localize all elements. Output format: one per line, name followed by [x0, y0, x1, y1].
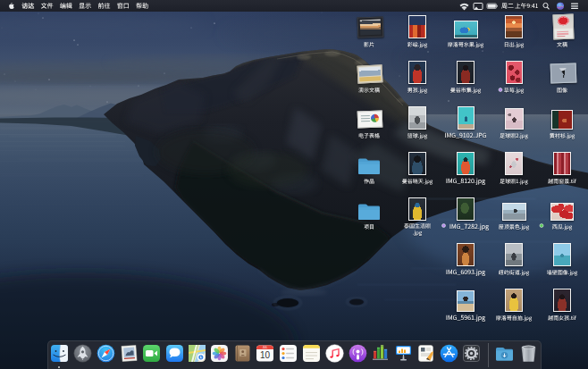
svg-text:JUL: JUL [262, 346, 267, 349]
svg-text:10: 10 [259, 350, 270, 360]
